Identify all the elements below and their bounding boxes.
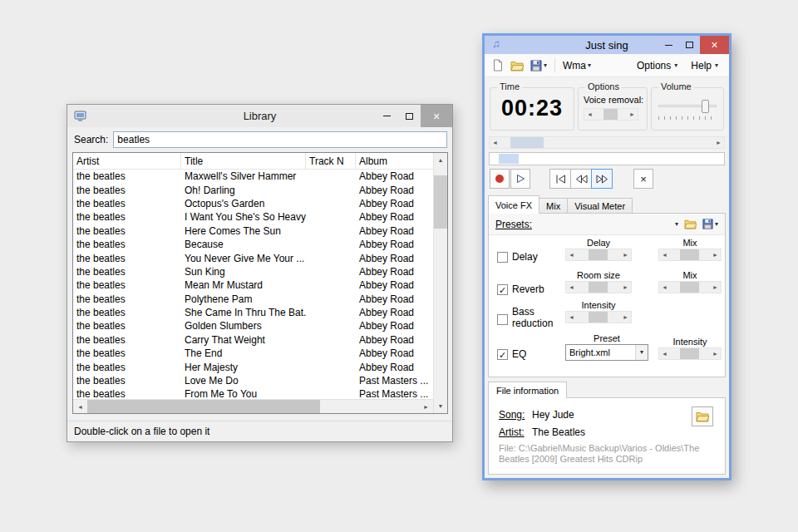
open-file-location-button[interactable] bbox=[692, 406, 713, 426]
scroll-track[interactable] bbox=[595, 109, 627, 120]
presets-dropdown-button[interactable]: ▾ bbox=[675, 221, 678, 228]
maximize-button[interactable] bbox=[679, 36, 700, 54]
skip-start-button[interactable] bbox=[549, 169, 571, 189]
scroll-right-icon[interactable]: ► bbox=[419, 400, 433, 413]
artist-link[interactable]: Artist: bbox=[499, 426, 525, 438]
save-preset-button[interactable]: ▾ bbox=[702, 219, 718, 229]
delay-mix-control[interactable]: ◄ ► bbox=[658, 249, 722, 261]
load-preset-button[interactable] bbox=[684, 219, 697, 229]
presets-link[interactable]: Presets: bbox=[495, 219, 532, 230]
scroll-left-icon[interactable]: ◄ bbox=[73, 400, 87, 413]
library-maximize-button[interactable] bbox=[398, 105, 421, 127]
scroll-thumb[interactable] bbox=[680, 282, 698, 293]
table-row[interactable]: the beatles Here Comes The Sun Abbey Roa… bbox=[73, 224, 433, 238]
delay-amount-control[interactable]: ◄ ► bbox=[565, 249, 632, 261]
eq-preset-combo[interactable]: Bright.xml ▾ bbox=[565, 344, 648, 361]
scroll-thumb[interactable] bbox=[589, 312, 608, 323]
delay-checkbox[interactable] bbox=[497, 252, 508, 263]
voice-removal-control[interactable]: ◄ ► bbox=[584, 108, 638, 121]
table-row[interactable]: the beatles Her Majesty Abbey Road bbox=[73, 360, 433, 373]
reverb-checkbox[interactable]: ✓ bbox=[497, 284, 508, 295]
table-row[interactable]: the beatles Sun King Abbey Road bbox=[73, 265, 433, 278]
open-file-button[interactable] bbox=[508, 57, 526, 74]
library-close-button[interactable]: × bbox=[421, 105, 452, 127]
tab-mix[interactable]: Mix bbox=[539, 198, 568, 214]
scroll-left-icon[interactable]: ◄ bbox=[659, 348, 670, 359]
fast-forward-button[interactable] bbox=[591, 169, 613, 189]
close-button[interactable]: × bbox=[700, 36, 729, 54]
eq-intensity-control[interactable]: ◄ ► bbox=[658, 347, 722, 360]
format-dropdown[interactable]: Wma ▾ bbox=[560, 57, 594, 74]
rewind-button[interactable] bbox=[570, 169, 592, 189]
table-row[interactable]: the beatles Mean Mr Mustard Abbey Road bbox=[73, 278, 433, 292]
column-header-track[interactable]: Track N bbox=[306, 153, 356, 169]
scrollbar-track[interactable] bbox=[434, 167, 447, 399]
scroll-track[interactable] bbox=[577, 249, 620, 260]
tab-visual-meter[interactable]: Visual Meter bbox=[567, 198, 633, 214]
column-header-album[interactable]: Album bbox=[356, 153, 433, 169]
scroll-left-icon[interactable]: ◄ bbox=[566, 249, 577, 260]
scrollbar-thumb[interactable] bbox=[87, 400, 320, 413]
options-menu[interactable]: Options ▾ bbox=[631, 57, 683, 74]
table-row[interactable]: the beatles Maxwell's Silver Hammer Abbe… bbox=[73, 170, 433, 183]
scroll-track[interactable] bbox=[500, 137, 713, 148]
table-row[interactable]: the beatles The End Abbey Road bbox=[73, 347, 433, 360]
scroll-left-icon[interactable]: ◄ bbox=[490, 137, 500, 148]
scroll-track[interactable] bbox=[670, 249, 710, 260]
table-row[interactable]: the beatles You Never Give Me Your ... A… bbox=[73, 251, 433, 264]
tab-voice-fx[interactable]: Voice FX bbox=[488, 195, 539, 214]
scroll-left-icon[interactable]: ◄ bbox=[659, 249, 670, 260]
library-titlebar[interactable]: Library × bbox=[67, 105, 452, 127]
scroll-left-icon[interactable]: ◄ bbox=[584, 109, 595, 120]
library-minimize-button[interactable] bbox=[376, 105, 398, 127]
combo-dropdown-icon[interactable]: ▾ bbox=[635, 345, 648, 360]
record-button[interactable] bbox=[490, 169, 510, 189]
table-row[interactable]: the beatles I Want You She's So Heavy Ab… bbox=[73, 210, 433, 224]
scroll-right-icon[interactable]: ► bbox=[627, 109, 638, 120]
scroll-right-icon[interactable]: ► bbox=[710, 282, 721, 293]
table-row[interactable]: the beatles Love Me Do Past Masters ... bbox=[73, 374, 433, 387]
minimize-button[interactable] bbox=[658, 36, 679, 54]
scroll-thumb[interactable] bbox=[603, 109, 618, 120]
help-menu[interactable]: Help ▾ bbox=[685, 57, 724, 74]
save-button[interactable]: ▾ bbox=[528, 57, 549, 74]
seek-bar[interactable]: ◄ ► bbox=[489, 136, 725, 149]
song-link[interactable]: Song: bbox=[499, 409, 525, 421]
scroll-left-icon[interactable]: ◄ bbox=[566, 312, 577, 323]
scroll-right-icon[interactable]: ► bbox=[620, 312, 631, 323]
scroll-left-icon[interactable]: ◄ bbox=[566, 282, 577, 293]
vertical-scrollbar[interactable]: ▲ ▼ bbox=[433, 153, 447, 413]
player-titlebar[interactable]: ♫ Just sing × bbox=[485, 36, 729, 54]
table-row[interactable]: the beatles She Came In Thru The Bat... … bbox=[73, 306, 433, 319]
column-header-artist[interactable]: Artist bbox=[73, 153, 181, 169]
scroll-thumb[interactable] bbox=[589, 282, 608, 293]
scroll-right-icon[interactable]: ► bbox=[713, 137, 724, 148]
play-button[interactable] bbox=[510, 169, 530, 189]
table-row[interactable]: the beatles Octopus's Garden Abbey Road bbox=[73, 197, 433, 210]
scroll-thumb[interactable] bbox=[589, 249, 608, 260]
table-row[interactable]: the beatles Polythene Pam Abbey Road bbox=[73, 293, 433, 306]
scroll-thumb[interactable] bbox=[680, 249, 698, 260]
scrollbar-track[interactable] bbox=[87, 400, 419, 413]
column-header-title[interactable]: Title bbox=[181, 153, 306, 169]
table-row[interactable]: the beatles Carry That Weight Abbey Road bbox=[73, 333, 433, 347]
volume-slider[interactable] bbox=[658, 101, 717, 121]
eq-checkbox[interactable]: ✓ bbox=[497, 349, 508, 360]
scroll-track[interactable] bbox=[577, 282, 620, 293]
scroll-right-icon[interactable]: ► bbox=[620, 249, 631, 260]
scroll-right-icon[interactable]: ► bbox=[710, 249, 721, 260]
search-input[interactable] bbox=[113, 131, 447, 148]
table-row[interactable]: the beatles Golden Slumbers Abbey Road bbox=[73, 319, 433, 332]
scroll-right-icon[interactable]: ► bbox=[710, 348, 721, 359]
scroll-right-icon[interactable]: ► bbox=[620, 282, 631, 293]
scroll-track[interactable] bbox=[577, 312, 620, 323]
bass-reduction-checkbox[interactable] bbox=[497, 314, 508, 325]
bass-intensity-control[interactable]: ◄ ► bbox=[565, 311, 632, 323]
table-row[interactable]: the beatles Oh! Darling Abbey Road bbox=[73, 183, 433, 196]
save-preset-dropdown-icon[interactable]: ▾ bbox=[715, 221, 718, 228]
scroll-track[interactable] bbox=[670, 348, 710, 359]
table-row[interactable]: the beatles Because Abbey Road bbox=[73, 238, 433, 251]
scroll-down-icon[interactable]: ▼ bbox=[434, 399, 447, 413]
table-row[interactable]: the beatles From Me To You Past Masters … bbox=[73, 387, 433, 399]
new-file-button[interactable] bbox=[490, 57, 506, 74]
